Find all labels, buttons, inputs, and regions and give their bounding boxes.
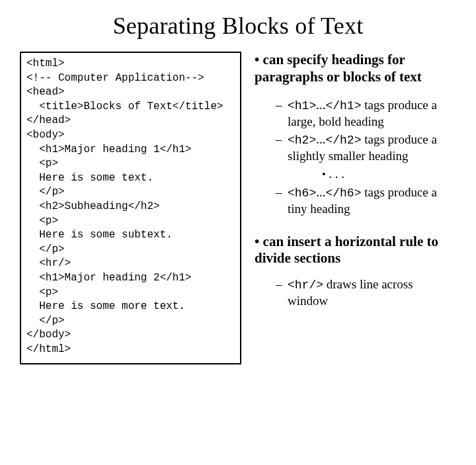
headings-bullet: • can specify headings for paragraphs or…	[255, 52, 456, 85]
h1-close-code: </h1>	[325, 99, 361, 112]
h2-close-code: </h2>	[325, 134, 361, 147]
dots-text: . . .	[329, 167, 344, 181]
code-line: <body>	[26, 128, 235, 143]
ellipsis: ...	[316, 132, 325, 146]
hr-sub-item: – <hr/> draws line across window	[276, 276, 456, 308]
heading-tags-list: – <h1>...</h1> tags produce a large, bol…	[276, 97, 456, 216]
code-line: <p>	[26, 157, 235, 171]
bullet-dot-icon: •	[322, 169, 326, 180]
dash-icon: –	[276, 276, 288, 308]
code-line: </p>	[26, 185, 235, 200]
ellipsis: ...	[316, 185, 325, 199]
code-line: <p>	[26, 286, 235, 300]
hr-list: – <hr/> draws line across window	[276, 276, 456, 308]
h6-open-code: <h6>	[288, 187, 316, 200]
h1-sub-item: – <h1>...</h1> tags produce a large, bol…	[276, 97, 456, 129]
explanation-column: • can specify headings for paragraphs or…	[255, 52, 456, 325]
hr-bullet: • can insert a horizontal rule to divide…	[255, 233, 456, 267]
hr-code: <hr/>	[288, 278, 323, 292]
continuation-dots: • . . .	[322, 166, 456, 181]
code-line: <h1>Major heading 1</h1>	[26, 143, 235, 157]
code-line: </body>	[26, 328, 235, 343]
ellipsis: ...	[316, 98, 325, 112]
dash-icon: –	[276, 132, 288, 163]
h2-sub-item: – <h2>...</h2> tags produce a slightly s…	[276, 132, 456, 163]
code-line: <title>Blocks of Text</title>	[26, 100, 235, 114]
code-line: </p>	[26, 243, 235, 257]
code-line: <hr/>	[26, 257, 235, 271]
code-line: </p>	[26, 314, 235, 329]
slide-title: Separating Blocks of Text	[20, 12, 456, 40]
code-line: </html>	[26, 343, 235, 357]
code-line: <html>	[26, 57, 235, 71]
h1-open-code: <h1>	[288, 99, 316, 112]
code-line: <p>	[26, 214, 235, 229]
code-line: Here is some more text.	[26, 300, 235, 314]
code-line: </head>	[26, 114, 235, 128]
code-line: Here is some text.	[26, 171, 235, 186]
h6-close-code: </h6>	[325, 187, 361, 200]
dash-icon: –	[276, 185, 288, 216]
h6-sub-item: – <h6>...</h6> tags produce a tiny headi…	[276, 185, 456, 216]
dash-icon: –	[276, 97, 288, 129]
code-line: <!-- Computer Application-->	[26, 71, 235, 86]
h2-open-code: <h2>	[288, 134, 316, 147]
code-line: <h2>Subheading</h2>	[26, 200, 235, 214]
code-example-box: <html><!-- Computer Application--><head>…	[20, 52, 241, 364]
code-line: Here is some subtext.	[26, 228, 235, 243]
code-line: <head>	[26, 85, 235, 100]
code-line: <h1>Major heading 2</h1>	[26, 271, 235, 286]
